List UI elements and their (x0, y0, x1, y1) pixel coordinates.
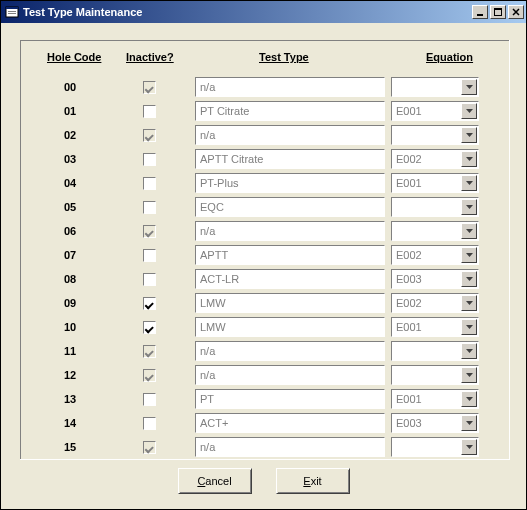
equation-combobox[interactable]: E001 (391, 389, 479, 409)
equation-combobox[interactable] (391, 197, 479, 217)
test-type-input[interactable]: EQC (195, 197, 385, 217)
equation-combobox[interactable]: E001 (391, 317, 479, 337)
chevron-down-icon[interactable] (461, 319, 477, 335)
inactive-checkbox[interactable] (143, 201, 156, 214)
test-type-input[interactable]: n/a (195, 125, 385, 145)
hole-code-label: 07 (31, 249, 109, 261)
equation-cell (389, 221, 485, 241)
test-type-input[interactable]: n/a (195, 437, 385, 457)
equation-value: E001 (392, 318, 460, 336)
equation-value (392, 342, 460, 360)
chevron-down-icon[interactable] (461, 79, 477, 95)
chevron-down-icon[interactable] (461, 247, 477, 263)
equation-cell: E001 (389, 389, 485, 409)
equation-combobox[interactable]: E003 (391, 269, 479, 289)
inactive-checkbox[interactable] (143, 249, 156, 262)
test-type-input[interactable]: LMW (195, 317, 385, 337)
test-type-input[interactable]: ACT-LR (195, 269, 385, 289)
chevron-down-icon[interactable] (461, 271, 477, 287)
chevron-down-icon[interactable] (461, 103, 477, 119)
test-type-input[interactable]: PT-Plus (195, 173, 385, 193)
equation-combobox[interactable]: E001 (391, 173, 479, 193)
chevron-down-icon[interactable] (461, 151, 477, 167)
chevron-down-icon[interactable] (461, 391, 477, 407)
maximize-button[interactable] (490, 5, 506, 19)
chevron-down-icon[interactable] (461, 127, 477, 143)
grid-groupbox: Hole Code Inactive? Test Type Equation 0… (20, 40, 510, 460)
close-button[interactable] (508, 5, 524, 19)
hole-code-label: 06 (31, 225, 109, 237)
chevron-down-icon[interactable] (461, 367, 477, 383)
inactive-cell (109, 321, 189, 334)
equation-combobox[interactable] (391, 437, 479, 457)
inactive-checkbox[interactable] (143, 153, 156, 166)
equation-value: E002 (392, 150, 460, 168)
equation-cell (389, 77, 485, 97)
equation-value (392, 438, 460, 456)
test-type-input[interactable]: n/a (195, 365, 385, 385)
equation-combobox[interactable]: E003 (391, 413, 479, 433)
chevron-down-icon[interactable] (461, 199, 477, 215)
test-type-input[interactable]: ACT+ (195, 413, 385, 433)
table-row: 13PTE001 (31, 387, 499, 411)
inactive-cell (109, 129, 189, 142)
inactive-cell (109, 441, 189, 454)
table-row: 06n/a (31, 219, 499, 243)
test-type-input[interactable]: APTT (195, 245, 385, 265)
table-row: 12n/a (31, 363, 499, 387)
chevron-down-icon[interactable] (461, 343, 477, 359)
inactive-checkbox[interactable] (143, 297, 156, 310)
equation-combobox[interactable]: E002 (391, 245, 479, 265)
equation-value: E002 (392, 246, 460, 264)
equation-combobox[interactable]: E002 (391, 149, 479, 169)
equation-combobox[interactable]: E001 (391, 101, 479, 121)
inactive-checkbox[interactable] (143, 273, 156, 286)
chevron-down-icon[interactable] (461, 439, 477, 455)
hole-code-label: 11 (31, 345, 109, 357)
inactive-checkbox[interactable] (143, 417, 156, 430)
test-type-input[interactable]: APTT Citrate (195, 149, 385, 169)
chevron-down-icon[interactable] (461, 223, 477, 239)
equation-combobox[interactable] (391, 77, 479, 97)
window: Test Type Maintenance Hole Code Inactive… (0, 0, 527, 510)
inactive-checkbox[interactable] (143, 393, 156, 406)
equation-cell: E003 (389, 269, 485, 289)
equation-combobox[interactable] (391, 365, 479, 385)
test-type-input[interactable]: n/a (195, 221, 385, 241)
equation-combobox[interactable] (391, 341, 479, 361)
equation-cell: E002 (389, 293, 485, 313)
test-type-input[interactable]: n/a (195, 77, 385, 97)
hole-code-label: 02 (31, 129, 109, 141)
test-type-input[interactable]: PT Citrate (195, 101, 385, 121)
test-type-input[interactable]: LMW (195, 293, 385, 313)
chevron-down-icon[interactable] (461, 415, 477, 431)
equation-value: E003 (392, 270, 460, 288)
equation-value (392, 198, 460, 216)
inactive-checkbox[interactable] (143, 177, 156, 190)
header-hole-code: Hole Code (47, 51, 101, 63)
minimize-button[interactable] (472, 5, 488, 19)
exit-button[interactable]: Exit (276, 468, 350, 494)
test-type-cell: n/a (189, 125, 389, 145)
test-type-input[interactable]: n/a (195, 341, 385, 361)
test-type-cell: ACT-LR (189, 269, 389, 289)
inactive-checkbox (143, 441, 156, 454)
table-row: 14ACT+E003 (31, 411, 499, 435)
inactive-checkbox (143, 129, 156, 142)
inactive-checkbox[interactable] (143, 105, 156, 118)
equation-combobox[interactable] (391, 221, 479, 241)
equation-combobox[interactable] (391, 125, 479, 145)
chevron-down-icon[interactable] (461, 295, 477, 311)
equation-value (392, 222, 460, 240)
equation-value (392, 366, 460, 384)
chevron-down-icon[interactable] (461, 175, 477, 191)
equation-value: E001 (392, 102, 460, 120)
titlebar: Test Type Maintenance (1, 1, 526, 23)
equation-combobox[interactable]: E002 (391, 293, 479, 313)
equation-cell (389, 197, 485, 217)
test-type-cell: ACT+ (189, 413, 389, 433)
cancel-button[interactable]: Cancel (178, 468, 252, 494)
inactive-checkbox[interactable] (143, 321, 156, 334)
table-row: 08ACT-LRE003 (31, 267, 499, 291)
test-type-input[interactable]: PT (195, 389, 385, 409)
